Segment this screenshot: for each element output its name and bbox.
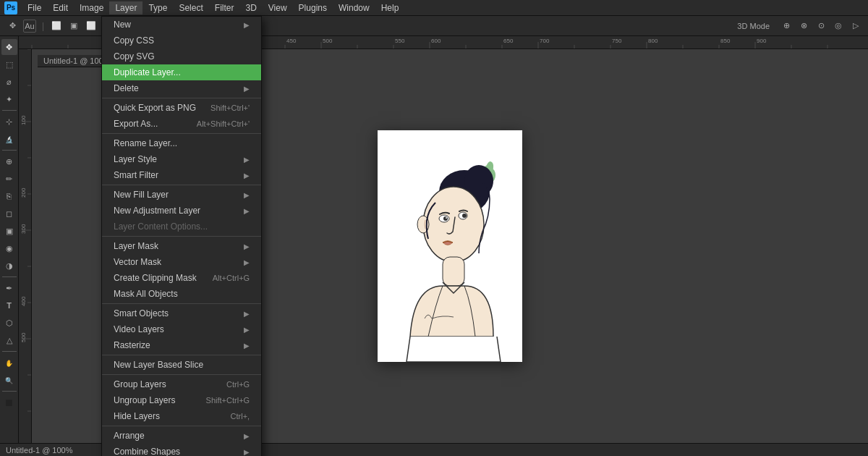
zoom-icon xyxy=(5,376,13,384)
clone-tool[interactable] xyxy=(1,188,17,204)
magic-wand-icon xyxy=(6,95,12,104)
eyedropper-tool[interactable] xyxy=(1,131,17,147)
svg-text:300: 300 xyxy=(20,224,27,234)
menu-group-layers[interactable]: Group Layers Ctrl+G xyxy=(102,376,261,392)
menu-layer[interactable]: Layer xyxy=(109,1,142,14)
menu-window[interactable]: Window xyxy=(333,1,375,14)
menu-filter[interactable]: Filter xyxy=(209,1,240,14)
menu-3d[interactable]: 3D xyxy=(239,1,262,14)
menu-file[interactable]: File xyxy=(22,1,47,14)
heal-tool[interactable] xyxy=(1,153,17,169)
menu-create-clipping-mask[interactable]: Create Clipping Mask Alt+Ctrl+G xyxy=(102,270,261,286)
crop-icon xyxy=(6,117,12,127)
blur-tool[interactable] xyxy=(1,240,17,256)
menu-mask-all-objects[interactable]: Mask All Objects xyxy=(102,286,261,302)
svg-text:100: 100 xyxy=(20,115,27,125)
align-center-h-icon[interactable]: ▣ xyxy=(67,20,80,33)
menu-layer-content-options: Layer Content Options... xyxy=(102,219,261,235)
menu-arrange[interactable]: Arrange ▶ xyxy=(102,428,261,444)
menu-image[interactable]: Image xyxy=(74,1,109,14)
svg-text:500: 500 xyxy=(323,38,333,44)
3d-icon-4[interactable]: ◎ xyxy=(832,20,845,33)
separator-2 xyxy=(102,133,261,134)
align-right-icon[interactable]: ⬜ xyxy=(85,20,98,33)
crop-tool[interactable] xyxy=(1,114,17,130)
3d-icon-3[interactable]: ⊙ xyxy=(814,20,827,33)
vector-mask-arrow-icon: ▶ xyxy=(244,258,250,266)
menu-select[interactable]: Select xyxy=(173,1,208,14)
separator-1 xyxy=(102,98,261,98)
menu-rename-layer[interactable]: Rename Layer... xyxy=(102,135,261,151)
menu-vector-mask[interactable]: Vector Mask ▶ xyxy=(102,254,261,270)
menu-new-adjustment-layer[interactable]: New Adjustment Layer ▶ xyxy=(102,203,261,219)
new-adjustment-layer-arrow-icon: ▶ xyxy=(244,207,250,215)
menu-hide-layers[interactable]: Hide Layers Ctrl+, xyxy=(102,408,261,424)
menu-help[interactable]: Help xyxy=(375,1,405,14)
delete-arrow-icon: ▶ xyxy=(244,85,250,93)
heal-icon xyxy=(6,157,12,166)
pen-tool[interactable] xyxy=(1,280,17,296)
gradient-tool[interactable] xyxy=(1,223,17,239)
svg-point-71 xyxy=(462,214,467,218)
menu-video-layers[interactable]: Video Layers ▶ xyxy=(102,321,261,337)
svg-text:750: 750 xyxy=(612,38,622,44)
blur-icon xyxy=(6,244,13,253)
menu-new-fill-layer[interactable]: New Fill Layer ▶ xyxy=(102,187,261,203)
menu-smart-objects[interactable]: Smart Objects ▶ xyxy=(102,305,261,321)
menu-quick-export[interactable]: Quick Export as PNG Shift+Ctrl+' xyxy=(102,100,261,116)
magic-wand-tool[interactable] xyxy=(1,91,17,107)
move-icon xyxy=(6,43,12,52)
3d-icon-1[interactable]: ⊕ xyxy=(780,20,793,33)
shape-tool[interactable] xyxy=(1,332,17,348)
auto-label[interactable]: Au xyxy=(23,20,36,33)
menu-view[interactable]: View xyxy=(263,1,293,14)
menu-smart-filter[interactable]: Smart Filter ▶ xyxy=(102,167,261,183)
toolbar-separator-1 xyxy=(2,110,17,111)
menu-type[interactable]: Type xyxy=(142,1,173,14)
toolbar-separator-3 xyxy=(2,276,17,277)
menu-new-layer-based-slice[interactable]: New Layer Based Slice xyxy=(102,357,261,373)
video-layers-arrow-icon: ▶ xyxy=(244,326,250,334)
brush-tool[interactable] xyxy=(1,171,17,187)
svg-rect-0 xyxy=(19,36,32,49)
menu-layer-style[interactable]: Layer Style ▶ xyxy=(102,151,261,167)
3d-icon-2[interactable]: ⊗ xyxy=(797,20,810,33)
pen-icon xyxy=(6,284,12,293)
gradient-icon xyxy=(6,227,13,236)
dodge-tool[interactable] xyxy=(1,258,17,274)
separator-7 xyxy=(102,374,261,375)
separator-3 xyxy=(102,185,261,185)
eraser-tool[interactable] xyxy=(1,206,17,221)
select-rect-icon xyxy=(6,60,13,69)
foreground-color[interactable]: ■ xyxy=(1,394,17,410)
move-tool[interactable] xyxy=(1,39,17,55)
new-fill-layer-arrow-icon: ▶ xyxy=(244,191,250,199)
menu-plugins[interactable]: Plugins xyxy=(293,1,333,14)
svg-text:650: 650 xyxy=(503,38,514,44)
path-tool[interactable] xyxy=(1,315,17,331)
clone-icon xyxy=(7,192,12,200)
camera-icon[interactable]: ▷ xyxy=(849,20,862,33)
hand-tool[interactable] xyxy=(1,355,17,371)
menu-combine-shapes[interactable]: Combine Shapes ▶ xyxy=(102,444,261,456)
brush-icon xyxy=(6,174,12,184)
toolbar-separator-2 xyxy=(2,150,17,151)
menu-new[interactable]: New ▶ xyxy=(102,17,261,33)
menu-copy-svg[interactable]: Copy SVG xyxy=(102,48,261,64)
menu-rasterize[interactable]: Rasterize ▶ xyxy=(102,337,261,353)
menu-edit[interactable]: Edit xyxy=(47,1,74,14)
menu-ungroup-layers[interactable]: Ungroup Layers Shift+Ctrl+G xyxy=(102,392,261,408)
select-rect-tool[interactable] xyxy=(1,56,17,72)
menu-duplicate-layer[interactable]: Duplicate Layer... xyxy=(102,64,261,80)
smart-filter-arrow-icon: ▶ xyxy=(244,172,250,180)
lasso-tool[interactable] xyxy=(1,74,17,90)
align-left-icon[interactable]: ⬜ xyxy=(50,20,63,33)
separator-4 xyxy=(102,236,261,237)
3d-mode-label: 3D Mode xyxy=(737,22,770,30)
menu-copy-css[interactable]: Copy CSS xyxy=(102,33,261,48)
zoom-tool[interactable] xyxy=(1,372,17,388)
menu-layer-mask[interactable]: Layer Mask ▶ xyxy=(102,238,261,254)
menu-export-as[interactable]: Export As... Alt+Shift+Ctrl+' xyxy=(102,116,261,132)
text-tool[interactable] xyxy=(1,297,17,313)
menu-delete[interactable]: Delete ▶ xyxy=(102,80,261,96)
